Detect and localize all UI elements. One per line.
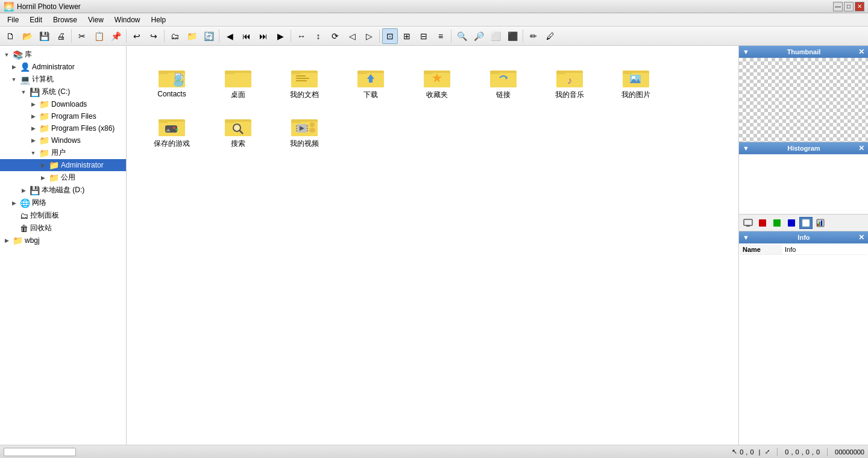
tb-zoom-out[interactable]: 🔎	[471, 28, 486, 44]
tb-view-large[interactable]: ⊡	[382, 28, 398, 44]
sidebar-item-recycle[interactable]: 🗑 回收站	[0, 222, 126, 234]
display-btn-red[interactable]	[756, 217, 769, 229]
sidebar-item-program-files[interactable]: ▶ 📁 Program Files	[0, 110, 126, 122]
sidebar-item-disk-d[interactable]: ▶ 💾 本地磁盘 (D:)	[0, 184, 126, 196]
toggle-downloads[interactable]: ▶	[29, 100, 37, 108]
menu-edit[interactable]: Edit	[25, 14, 47, 25]
folder-links[interactable]: 链接	[470, 58, 536, 107]
histogram-collapse-icon[interactable]: ▼	[743, 145, 749, 152]
tb-edit2[interactable]: 🖊	[542, 28, 558, 44]
tb-browse[interactable]: 🗂	[167, 28, 183, 44]
svg-rect-69	[819, 222, 820, 226]
tb-copy[interactable]: 📋	[91, 28, 107, 44]
sidebar-item-computer[interactable]: ▼ 💻 计算机	[0, 73, 126, 86]
sidebar-item-program-files-x86[interactable]: ▶ 📁 Program Files (x86)	[0, 122, 126, 134]
tb-paste[interactable]: 📌	[108, 28, 124, 44]
tb-save[interactable]: 💾	[36, 28, 52, 44]
folder-my-pictures[interactable]: 我的图片	[603, 58, 669, 107]
tb-flip-h[interactable]: ↔	[294, 28, 309, 44]
tb-zoom-in[interactable]: 🔍	[454, 28, 470, 44]
sidebar-item-windows[interactable]: ▶ 📁 Windows	[0, 134, 126, 146]
tb-prev[interactable]: ◀	[222, 28, 237, 44]
svg-text:♪: ♪	[567, 75, 572, 86]
toggle-wbgj[interactable]: ▶	[2, 236, 11, 245]
display-btn-white[interactable]	[799, 217, 813, 229]
sidebar-item-administrator-sub[interactable]: ▶ 📁 Administrator	[0, 159, 126, 171]
toggle-admin-sub[interactable]: ▶	[39, 161, 47, 169]
sidebar-item-network[interactable]: ▶ 🌐 网络	[0, 196, 126, 209]
tb-cut[interactable]: ✂	[74, 28, 90, 44]
tb-nav-right[interactable]: ▷	[361, 28, 377, 44]
menu-help[interactable]: Help	[146, 14, 171, 25]
tb-open[interactable]: 📂	[19, 28, 35, 44]
thumbnail-collapse-icon[interactable]: ▼	[743, 48, 749, 55]
toggle-recycle[interactable]	[10, 224, 18, 233]
tb-zoom-actual[interactable]: ⬛	[505, 28, 520, 44]
toggle-admin-top[interactable]: ▶	[10, 63, 18, 71]
folder-contacts[interactable]: Contacts	[139, 58, 205, 107]
sidebar-item-control-panel[interactable]: 🗂 控制面板	[0, 209, 126, 222]
titlebar: 🌅 Hornil Photo Viewer — □ ✕	[0, 0, 868, 13]
toggle-control-panel[interactable]	[10, 212, 18, 220]
tb-folder[interactable]: 📁	[184, 28, 200, 44]
folder-my-pictures-label: 我的图片	[621, 90, 650, 100]
sidebar-item-library[interactable]: ▼ 📚 库	[0, 48, 126, 61]
svg-rect-57	[307, 130, 308, 131]
tb-redo[interactable]: ↪	[146, 28, 162, 44]
tb-flip-v[interactable]: ↕	[310, 28, 326, 44]
tb-next[interactable]: ▶	[272, 28, 288, 44]
folder-favorites[interactable]: 收藏夹	[404, 58, 470, 107]
sidebar-item-administrator-top[interactable]: ▶ 👤 Administrator	[0, 61, 126, 73]
folder-downloads[interactable]: 下载	[338, 58, 404, 107]
tb-view-small[interactable]: ⊟	[416, 28, 432, 44]
tb-edit1[interactable]: ✏	[526, 28, 541, 44]
tb-new[interactable]: 🗋	[2, 28, 18, 44]
tb-refresh[interactable]: 🔄	[201, 28, 216, 44]
display-btn-chart[interactable]	[814, 217, 827, 229]
tb-rotate[interactable]: ⟳	[327, 28, 343, 44]
toggle-system-c[interactable]: ▼	[19, 88, 28, 96]
tb-undo[interactable]: ↩	[129, 28, 145, 44]
info-close[interactable]: ✕	[858, 233, 864, 242]
tb-print[interactable]: 🖨	[53, 28, 69, 44]
maximize-button[interactable]: □	[844, 2, 854, 11]
info-collapse-icon[interactable]: ▼	[743, 234, 749, 241]
toggle-public[interactable]: ▶	[39, 174, 47, 182]
tb-view-list[interactable]: ≡	[433, 28, 448, 44]
minimize-button[interactable]: —	[833, 2, 843, 11]
folder-my-music[interactable]: ♪ 我的音乐	[536, 58, 603, 107]
display-btn-monitor[interactable]	[741, 217, 755, 229]
menu-view[interactable]: View	[83, 14, 108, 25]
display-btn-blue[interactable]	[785, 217, 798, 229]
histogram-close[interactable]: ✕	[858, 144, 864, 152]
tb-nav-left[interactable]: ◁	[344, 28, 360, 44]
sidebar-item-downloads[interactable]: ▶ 📁 Downloads	[0, 98, 126, 110]
close-button[interactable]: ✕	[855, 2, 864, 11]
tb-prevskip[interactable]: ⏮	[239, 28, 254, 44]
sidebar-item-wbgj[interactable]: ▶ 📁 wbgj	[0, 234, 126, 246]
toggle-pfx86[interactable]: ▶	[29, 124, 37, 133]
menu-browse[interactable]: Browse	[48, 14, 82, 25]
display-btn-green[interactable]	[770, 217, 784, 229]
toggle-network[interactable]: ▶	[10, 199, 18, 207]
toggle-computer[interactable]: ▼	[10, 75, 18, 84]
tb-view-medium[interactable]: ⊞	[399, 28, 415, 44]
folder-search[interactable]: 搜索	[205, 107, 271, 155]
tb-zoom-fit[interactable]: ⬜	[488, 28, 503, 44]
sidebar-item-users[interactable]: ▼ 📁 用户	[0, 146, 126, 159]
toggle-library[interactable]: ▼	[2, 51, 11, 59]
folder-saved-games[interactable]: 保存的游戏	[139, 107, 205, 155]
folder-my-videos[interactable]: 我的视频	[271, 107, 338, 155]
toggle-users[interactable]: ▼	[29, 149, 37, 157]
menu-file[interactable]: File	[2, 14, 24, 25]
folder-my-docs[interactable]: 我的文档	[271, 58, 338, 107]
toggle-pf[interactable]: ▶	[29, 112, 37, 121]
sidebar-item-public[interactable]: ▶ 📁 公用	[0, 171, 126, 184]
tb-nextskip[interactable]: ⏭	[256, 28, 271, 44]
toggle-disk-d[interactable]: ▶	[19, 186, 28, 195]
thumbnail-close[interactable]: ✕	[858, 48, 864, 56]
menu-window[interactable]: Window	[110, 14, 145, 25]
sidebar-item-system-c[interactable]: ▼ 💾 系统 (C:)	[0, 86, 126, 98]
toggle-windows[interactable]: ▶	[29, 136, 37, 145]
folder-desktop[interactable]: 桌面	[205, 58, 271, 107]
